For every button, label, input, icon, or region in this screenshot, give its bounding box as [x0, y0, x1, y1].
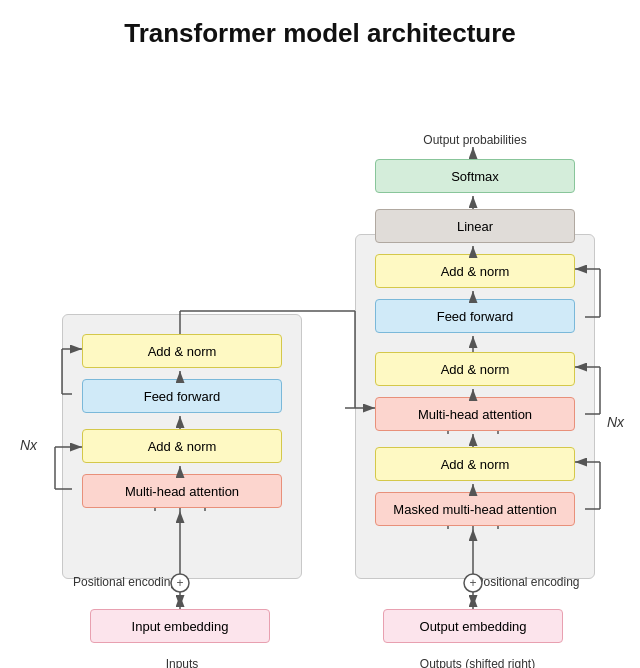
- encoder-feed-forward: Feed forward: [82, 379, 282, 413]
- decoder-linear: Linear: [375, 209, 575, 243]
- encoder-nx: Nx: [20, 437, 37, 453]
- decoder-pos-label: Positional encoding: [455, 575, 600, 589]
- encoder-add-norm-2: Add & norm: [82, 429, 282, 463]
- decoder-nx: Nx: [607, 414, 624, 430]
- decoder-add-norm-top: Add & norm: [375, 254, 575, 288]
- encoder-inputs-label: Inputs: [82, 657, 282, 668]
- decoder-add-norm-mid: Add & norm: [375, 352, 575, 386]
- decoder-softmax: Softmax: [375, 159, 575, 193]
- encoder-pos-label: Positional encoding: [60, 575, 190, 589]
- encoder-multi-head: Multi-head attention: [82, 474, 282, 508]
- decoder-feed-forward: Feed forward: [375, 299, 575, 333]
- output-prob-label: Output probabilities: [375, 133, 575, 147]
- decoder-add-norm-bot: Add & norm: [375, 447, 575, 481]
- decoder-masked-multi: Masked multi-head attention: [375, 492, 575, 526]
- decoder-multi-head: Multi-head attention: [375, 397, 575, 431]
- encoder-input-embed: Input embedding: [90, 609, 270, 643]
- page-title: Transformer model architecture: [0, 0, 640, 59]
- decoder-outputs-label: Outputs (shifted right): [365, 657, 590, 668]
- encoder-add-norm-1: Add & norm: [82, 334, 282, 368]
- decoder-output-embed: Output embedding: [383, 609, 563, 643]
